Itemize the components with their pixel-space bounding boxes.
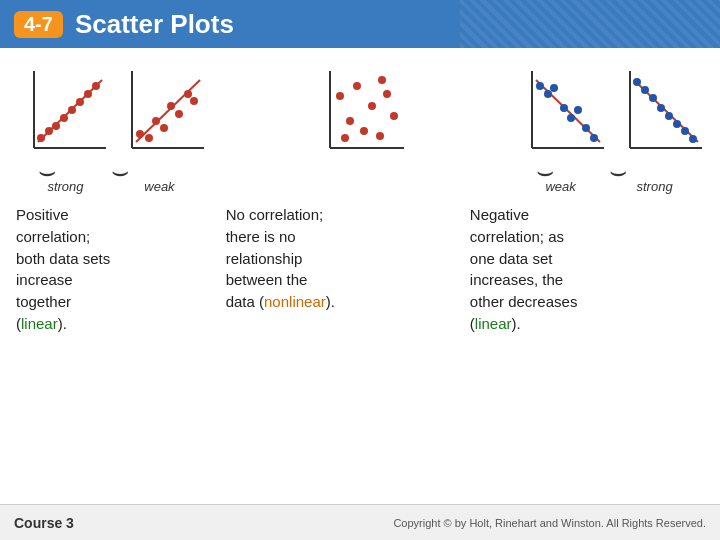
positive-weak-label: weak [144,179,174,194]
svg-point-5 [52,122,60,130]
negative-strong-svg [612,66,704,161]
positive-pair [16,66,206,165]
negative-strong-plot [612,66,704,165]
svg-point-28 [368,102,376,110]
svg-point-48 [633,78,641,86]
svg-point-49 [641,86,649,94]
footer: Course 3 Copyright © by Holt, Rinehart a… [0,504,720,540]
no-correlation-svg [312,66,408,161]
svg-point-17 [160,124,168,132]
negative-plots-group: ⌣⌣ weak strong [514,66,704,194]
positive-weak-svg [114,66,206,161]
svg-point-8 [76,98,84,106]
main-content: ⌣⌣ strong weak [0,48,720,488]
positive-weak-plot [114,66,206,165]
negative-weak-svg [514,66,606,161]
svg-point-52 [665,112,673,120]
no-correlation-description: No correlation;there is norelationshipbe… [216,204,460,335]
svg-point-6 [60,114,68,122]
svg-point-39 [550,84,558,92]
svg-point-37 [536,82,544,90]
svg-point-27 [360,127,368,135]
negative-pair [514,66,704,165]
svg-point-10 [92,82,100,90]
svg-point-38 [544,90,552,98]
negative-brace: ⌣⌣ [536,165,682,179]
positive-linear-text: linear [21,315,58,332]
negative-linear-text: linear [475,315,512,332]
svg-point-9 [84,90,92,98]
header: 4-7 Scatter Plots [0,0,720,48]
svg-line-13 [136,80,200,142]
svg-point-29 [376,132,384,140]
svg-point-20 [184,90,192,98]
svg-point-3 [37,134,45,142]
svg-point-42 [574,106,582,114]
negative-strong-label: strong [636,179,672,194]
svg-point-30 [383,90,391,98]
svg-point-51 [657,104,665,112]
svg-point-21 [190,97,198,105]
svg-point-41 [567,114,575,122]
svg-point-18 [167,102,175,110]
negative-labels: ⌣⌣ weak strong [514,165,704,194]
positive-labels: ⌣⌣ strong weak [16,165,206,194]
svg-point-43 [582,124,590,132]
svg-point-33 [378,76,386,84]
svg-point-24 [336,92,344,100]
page-title: Scatter Plots [75,9,234,40]
positive-label-row: strong weak [17,179,205,194]
svg-point-16 [152,117,160,125]
svg-point-54 [681,127,689,135]
positive-desc-text: Positivecorrelation;both data setsincrea… [16,206,110,332]
copyright-text: Copyright © by Holt, Rinehart and Winsto… [393,517,706,529]
plots-section: ⌣⌣ strong weak [16,66,704,194]
svg-point-44 [590,134,598,142]
negative-weak-plot [514,66,606,165]
nonlinear-text: nonlinear [264,293,326,310]
svg-point-32 [341,134,349,142]
svg-point-40 [560,104,568,112]
svg-point-25 [346,117,354,125]
lesson-badge: 4-7 [14,11,63,38]
positive-brace: ⌣⌣ [38,165,184,179]
positive-plots-group: ⌣⌣ strong weak [16,66,206,194]
svg-point-7 [68,106,76,114]
svg-point-15 [145,134,153,142]
negative-weak-label: weak [545,179,575,194]
negative-desc-text: Negativecorrelation; asone data setincre… [470,206,578,332]
no-corr-desc-text: No correlation;there is norelationshipbe… [226,206,335,310]
positive-strong-label: strong [47,179,83,194]
svg-point-55 [689,135,697,143]
svg-point-50 [649,94,657,102]
svg-point-14 [136,130,144,138]
svg-point-53 [673,120,681,128]
negative-description: Negativecorrelation; asone data setincre… [460,204,704,335]
no-correlation-group [312,66,408,189]
negative-label-row: weak strong [515,179,703,194]
positive-strong-plot [16,66,108,165]
header-pattern [460,0,720,48]
svg-point-26 [353,82,361,90]
svg-point-19 [175,110,183,118]
positive-strong-svg [16,66,108,161]
course-label: Course 3 [14,515,74,531]
svg-point-4 [45,127,53,135]
svg-point-31 [390,112,398,120]
positive-description: Positivecorrelation;both data setsincrea… [16,204,216,335]
descriptions-row: Positivecorrelation;both data setsincrea… [16,198,704,335]
svg-line-36 [536,80,600,142]
